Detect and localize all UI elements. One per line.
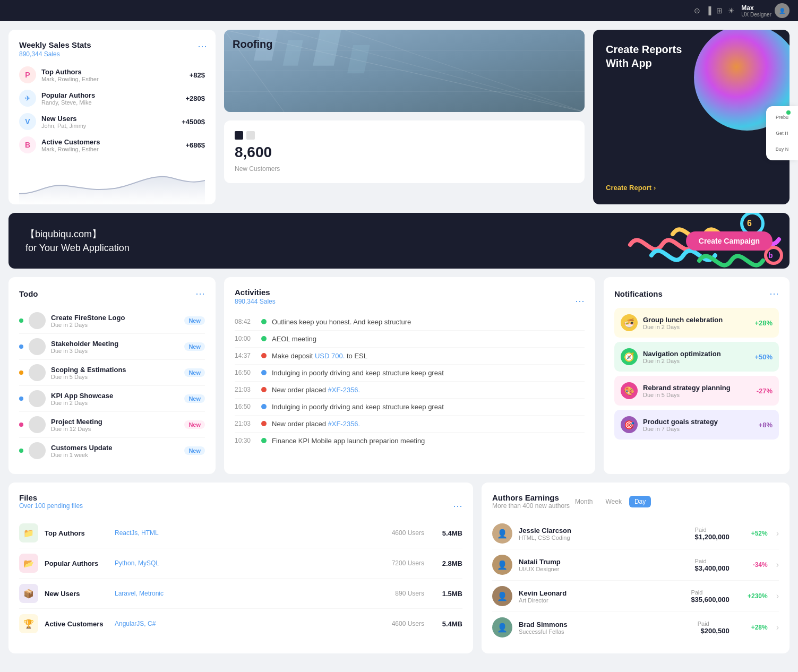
roofing-column: Roofing 8,600 New Customers <box>224 30 585 204</box>
todo-items: Create FireStone Logo Due in 2 Days New … <box>19 308 205 463</box>
sales-icon-2: V <box>19 113 36 130</box>
sales-items-list: P Top Authors Mark, Rowling, Esther +82$… <box>19 66 205 153</box>
notification-items: 🍜 Group lunch celebration Due in 2 Days … <box>614 308 779 440</box>
authors-earnings-card: Authors Earnings More than 400 new autho… <box>482 483 790 653</box>
notif-dots[interactable]: ⋯ <box>769 288 779 299</box>
notif-item-1: 🧭 Navigation optimization Due in 2 Days … <box>614 342 779 372</box>
todo-badge-1: New <box>184 342 205 351</box>
todo-dot-2 <box>19 371 23 375</box>
notif-item-2: 🎨 Rebrand strategy planning Due in 5 Day… <box>614 376 779 406</box>
activity-item-6: 21:03 New order placed #XF-2356. <box>235 416 585 433</box>
customers-icons <box>235 131 574 140</box>
roofing-image <box>224 30 585 112</box>
period-buttons: Month Week Day <box>570 496 651 507</box>
notif-val-2: -27% <box>757 387 773 395</box>
todo-badge-3: New <box>184 394 205 403</box>
notif-val-0: +28% <box>754 319 773 327</box>
todo-item-0: Create FireStone Logo Due in 2 Days New <box>19 308 205 334</box>
file-item-3: 🏆 Active Customers AngularJS, C# 4600 Us… <box>19 609 462 639</box>
todo-badge-5: New <box>184 446 205 455</box>
topbar-icons: ⊙ ▐ ⊞ ☀ <box>694 6 735 15</box>
todo-badge-2: New <box>184 368 205 377</box>
todo-item-1: Stakeholder Meeting Due in 3 Days New <box>19 334 205 360</box>
sales-icon-3: B <box>19 136 36 153</box>
sidebar-get-h[interactable]: Get H <box>774 127 791 139</box>
avatar[interactable]: 👤 <box>775 3 790 18</box>
grid-icon[interactable]: ⊞ <box>716 6 723 15</box>
sales-dots-menu[interactable]: ⋯ <box>198 40 207 52</box>
search-icon[interactable]: ⊙ <box>694 6 700 15</box>
activity-link-1[interactable]: #XF-2356. <box>328 386 361 394</box>
todo-dot-3 <box>19 397 23 401</box>
files-subtitle: Over 100 pending files <box>19 502 453 510</box>
file-items: 📁 Top Authors ReactJs, HTML 4600 Users 5… <box>19 518 462 639</box>
todo-avatar-1 <box>29 338 46 355</box>
todo-avatar-4 <box>29 416 46 433</box>
author-arrow-2[interactable]: › <box>776 591 779 601</box>
sales-stats-card: ⋯ Weekly Sales Stats 890,344 Sales P Top… <box>8 30 216 204</box>
campaign-text: 【biqubiqu.com】 for Your Web Application <box>25 228 669 254</box>
activity-link-0[interactable]: USD 700. <box>315 352 345 360</box>
todo-dots[interactable]: ⋯ <box>195 288 205 299</box>
period-month-btn[interactable]: Month <box>570 496 598 507</box>
period-day-btn[interactable]: Day <box>629 496 651 507</box>
author-arrow-0[interactable]: › <box>776 529 779 538</box>
activities-card: Activities 890,344 Sales ⋯ 08:42 Outline… <box>224 277 595 474</box>
new-customers-card: 8,600 New Customers <box>224 120 585 183</box>
main-content: ⋯ Weekly Sales Stats 890,344 Sales P Top… <box>0 21 798 662</box>
bar-icon[interactable]: ▐ <box>706 6 711 15</box>
reports-title: Create ReportsWith App <box>606 42 777 70</box>
icon-sq-light <box>246 131 255 140</box>
todo-item-5: Customers Update Due in 1 week New <box>19 438 205 463</box>
todo-item-3: KPI App Showcase Due in 2 Days New <box>19 386 205 412</box>
todo-avatar-5 <box>29 442 46 459</box>
earnings-title: Authors Earnings <box>492 493 570 502</box>
notif-item-0: 🍜 Group lunch celebration Due in 2 Days … <box>614 308 779 338</box>
author-item-0: 👤 Jessie Clarcson HTML, CSS Coding Paid … <box>492 518 779 549</box>
notif-icon-3: 🎯 <box>621 416 638 433</box>
user-name: Max <box>741 4 771 12</box>
row-2: Todo ⋯ Create FireStone Logo Due in 2 Da… <box>8 277 790 474</box>
file-icon-0: 📁 <box>19 523 38 542</box>
period-week-btn[interactable]: Week <box>600 496 627 507</box>
activity-item-4: 21:03 New order placed #XF-2356. <box>235 382 585 399</box>
todo-avatar-0 <box>29 312 46 329</box>
notif-icon-1: 🧭 <box>621 348 638 365</box>
reports-card: Create ReportsWith App Create Report › <box>593 30 790 204</box>
activity-link-2[interactable]: #XF-2356. <box>328 420 361 428</box>
author-arrow-1[interactable]: › <box>776 560 779 570</box>
todo-badge-0: New <box>184 316 205 325</box>
notif-val-1: +50% <box>754 353 773 361</box>
author-avatar-1: 👤 <box>492 555 512 575</box>
topbar: ⊙ ▐ ⊞ ☀ Max UX Designer 👤 <box>0 0 798 21</box>
sidebar-buy-n[interactable]: Buy N <box>774 143 791 155</box>
sales-info-0: Top Authors Mark, Rowling, Esther <box>41 68 184 82</box>
reports-link[interactable]: Create Report › <box>606 184 777 192</box>
author-item-1: 👤 Natali Trump UI/UX Designer Paid $3,40… <box>492 549 779 581</box>
file-icon-3: 🏆 <box>19 614 38 633</box>
activity-item-2: 14:37 Make deposit USD 700. to ESL <box>235 348 585 365</box>
create-campaign-button[interactable]: Create Campaign <box>686 231 773 251</box>
todo-title: Todo <box>19 289 195 298</box>
file-icon-2: 📦 <box>19 584 38 603</box>
files-title: Files <box>19 493 453 502</box>
author-change-0: +52% <box>736 530 768 537</box>
sun-icon[interactable]: ☀ <box>728 6 735 15</box>
todo-card: Todo ⋯ Create FireStone Logo Due in 2 Da… <box>8 277 216 474</box>
todo-dot-4 <box>19 423 23 427</box>
activity-item-3: 16:50 Indulging in poorly driving and ke… <box>235 365 585 382</box>
activity-item-0: 08:42 Outlines keep you honest. And keep… <box>235 314 585 331</box>
online-indicator <box>786 110 791 115</box>
author-arrow-3[interactable]: › <box>776 623 779 632</box>
activities-dots[interactable]: ⋯ <box>575 295 585 307</box>
author-avatar-0: 👤 <box>492 523 512 544</box>
sidebar-panel: Prebu Get H Buy N <box>766 106 798 160</box>
campaign-subtitle: for Your Web Application <box>25 243 669 254</box>
file-item-1: 📂 Popular Authors Python, MySQL 7200 Use… <box>19 548 462 579</box>
todo-dot-0 <box>19 318 23 323</box>
author-avatar-2: 👤 <box>492 586 512 606</box>
campaign-banner: 【biqubiqu.com】 for Your Web Application … <box>8 213 790 269</box>
sales-icon-0: P <box>19 66 36 83</box>
files-dots[interactable]: ⋯ <box>453 500 462 512</box>
sales-subtitle: 890,344 Sales <box>19 50 205 58</box>
